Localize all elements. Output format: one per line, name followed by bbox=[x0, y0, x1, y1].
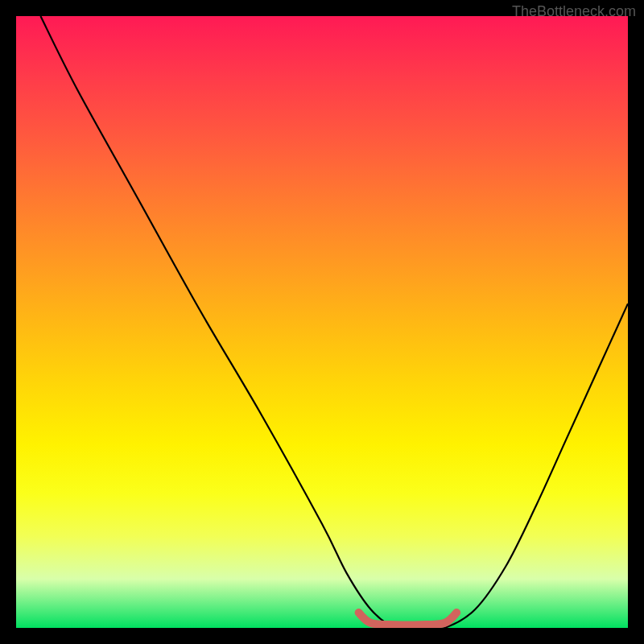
watermark-text: TheBottleneck.com bbox=[512, 3, 636, 20]
plot-area bbox=[16, 16, 628, 628]
chart-svg bbox=[16, 16, 628, 628]
curve-line bbox=[40, 16, 628, 628]
chart-container: TheBottleneck.com bbox=[0, 0, 644, 644]
optimal-band-line bbox=[359, 613, 457, 625]
